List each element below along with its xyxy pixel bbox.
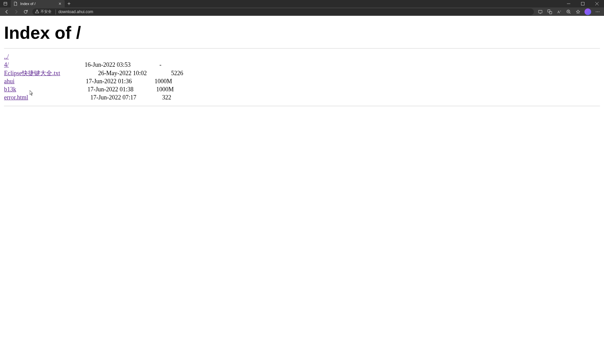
warning-icon xyxy=(35,9,39,14)
back-button[interactable] xyxy=(2,8,11,16)
maximize-button[interactable] xyxy=(576,0,590,7)
reload-button[interactable] xyxy=(21,8,30,16)
svg-rect-6 xyxy=(539,10,542,13)
tab-bar: Index of / × + xyxy=(0,0,604,7)
file-link[interactable]: error.html xyxy=(4,94,28,101)
page-title: Index of / xyxy=(4,23,600,43)
svg-rect-8 xyxy=(548,9,550,12)
svg-rect-9 xyxy=(549,11,552,14)
divider xyxy=(4,48,600,49)
translate-icon[interactable] xyxy=(545,8,554,16)
file-link[interactable]: ../ xyxy=(4,53,9,60)
forward-button[interactable] xyxy=(11,8,21,16)
svg-point-15 xyxy=(597,11,598,12)
close-tab-icon[interactable]: × xyxy=(58,1,62,6)
close-window-button[interactable] xyxy=(590,0,604,7)
tab-title: Index of / xyxy=(20,2,58,6)
minimize-button[interactable] xyxy=(562,0,576,7)
svg-point-16 xyxy=(599,11,599,12)
toolbar-right: A» xyxy=(536,8,602,16)
address-bar: 不安全 | download.ahui.com A» xyxy=(0,7,604,16)
favorite-icon[interactable] xyxy=(574,8,582,16)
svg-point-14 xyxy=(596,11,597,12)
page-icon xyxy=(13,1,18,6)
separator: | xyxy=(55,9,56,15)
zoom-icon[interactable] xyxy=(564,8,573,16)
menu-icon[interactable] xyxy=(593,8,602,16)
new-tab-button[interactable]: + xyxy=(65,1,73,7)
security-badge[interactable]: 不安全 xyxy=(35,9,52,14)
file-link[interactable]: 4/ xyxy=(4,61,9,68)
file-link[interactable]: b13k xyxy=(4,86,16,93)
file-listing: ../ 4/ 16-Jun-2022 03:53 - Eclipse快捷键大全.… xyxy=(4,53,600,102)
divider xyxy=(4,106,600,106)
security-text: 不安全 xyxy=(40,9,52,14)
file-link[interactable]: ahui xyxy=(4,78,14,85)
read-aloud-icon[interactable]: A» xyxy=(555,8,564,16)
profile-avatar[interactable] xyxy=(584,8,591,15)
url-bar[interactable]: 不安全 | download.ahui.com xyxy=(32,8,534,15)
browser-chrome: Index of / × + xyxy=(0,0,604,16)
window-controls xyxy=(562,0,604,7)
browser-tab[interactable]: Index of / × xyxy=(11,0,65,7)
svg-rect-3 xyxy=(581,2,584,5)
page-content: Index of / ../ 4/ 16-Jun-2022 03:53 - Ec… xyxy=(0,16,604,364)
file-link[interactable]: Eclipse快捷键大全.txt xyxy=(4,70,60,77)
app-available-icon[interactable] xyxy=(536,8,545,16)
tab-actions-icon[interactable] xyxy=(1,0,9,7)
svg-line-11 xyxy=(570,12,571,13)
svg-rect-0 xyxy=(4,2,7,5)
url-text: download.ahui.com xyxy=(58,9,93,14)
